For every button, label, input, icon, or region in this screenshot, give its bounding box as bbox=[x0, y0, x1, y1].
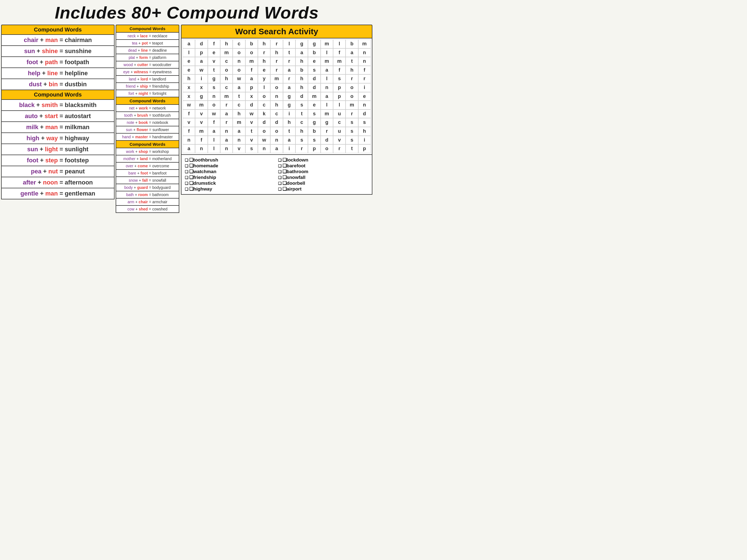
ws-cell: h bbox=[295, 127, 308, 136]
right-column: Word Search Activity adfhcbhrlggmlbmlpem… bbox=[181, 25, 372, 195]
word-item: milk + man = milkman bbox=[1, 122, 114, 133]
mid-group-header: Compound Words bbox=[115, 25, 179, 33]
ws-cell: r bbox=[345, 74, 358, 83]
ws-cell: l bbox=[283, 39, 295, 48]
ws-cell: w bbox=[246, 109, 258, 118]
ws-cell: a bbox=[183, 144, 195, 153]
ws-cell: r bbox=[321, 127, 333, 136]
ws-cell: o bbox=[233, 48, 245, 57]
ws-cell: r bbox=[220, 101, 233, 109]
word-item: help + line = helpline bbox=[1, 68, 114, 79]
ws-cell: d bbox=[295, 92, 308, 101]
ws-cell: c bbox=[258, 101, 270, 109]
ws-cell: p bbox=[308, 144, 320, 153]
ws-cell: a bbox=[321, 66, 333, 75]
ws-cell: m bbox=[195, 127, 207, 136]
ws-cell: i bbox=[358, 83, 371, 92]
left-items-group1: chair + man = chairmansun + shine = suns… bbox=[1, 35, 114, 90]
ws-cell: r bbox=[270, 39, 283, 48]
ws-cell: o bbox=[258, 92, 270, 101]
ws-cell: m bbox=[321, 109, 333, 118]
ws-cell: r bbox=[270, 66, 283, 75]
ws-cell: f bbox=[208, 118, 220, 127]
ws-cell: w bbox=[233, 74, 245, 83]
ws-cell: a bbox=[270, 144, 283, 153]
mid-group-header: Compound Words bbox=[115, 141, 179, 148]
ws-cell: g bbox=[321, 118, 333, 127]
word-item: sun + shine = sunshine bbox=[1, 46, 114, 57]
ws-cell: h bbox=[220, 74, 233, 83]
word-item: neck + lace = necklace bbox=[115, 33, 179, 40]
ws-cell: a bbox=[195, 57, 207, 66]
ws-cell: r bbox=[345, 109, 358, 118]
ws-cell: c bbox=[220, 83, 233, 92]
word-item: cow + shed = cowshed bbox=[115, 206, 179, 213]
ws-cell: g bbox=[195, 92, 207, 101]
ws-cell: h bbox=[183, 74, 195, 83]
ws-grid: adfhcbhrlggmlbmlpemoorhtablfaneavcnmhrrh… bbox=[183, 39, 371, 153]
ws-cell: s bbox=[295, 101, 308, 109]
ws-cell: s bbox=[295, 136, 308, 144]
ws-cell: o bbox=[345, 92, 358, 101]
ws-cell: v bbox=[208, 57, 220, 66]
ws-words: ❑toothbrush❑homemade❑watchman❑friendship… bbox=[181, 155, 372, 195]
mid-group-header: Compound Words bbox=[115, 97, 179, 105]
ws-cell: s bbox=[345, 136, 358, 144]
word-item: black + smith = blacksmith bbox=[1, 100, 114, 111]
ws-cell: m bbox=[246, 57, 258, 66]
word-item: chair + man = chairman bbox=[1, 35, 114, 46]
ws-cell: h bbox=[270, 48, 283, 57]
ws-cell: d bbox=[246, 101, 258, 109]
ws-word: ❑friendship bbox=[185, 175, 275, 180]
ws-cell: r bbox=[358, 74, 371, 83]
ws-cell: h bbox=[295, 74, 308, 83]
ws-word: ❑bathroom bbox=[278, 169, 368, 175]
ws-cell: h bbox=[358, 127, 371, 136]
ws-cell: m bbox=[220, 92, 233, 101]
ws-cell: m bbox=[345, 101, 358, 109]
word-item: plat + form = platform bbox=[115, 54, 179, 61]
ws-cell: w bbox=[195, 66, 207, 75]
ws-cell: c bbox=[270, 109, 283, 118]
word-item: work + shop = workshop bbox=[115, 148, 179, 155]
ws-cell: l bbox=[333, 39, 345, 48]
ws-cell: x bbox=[195, 83, 207, 92]
ws-word: ❑watchman bbox=[185, 169, 275, 175]
left-items-group2: black + smith = blacksmithauto + start =… bbox=[1, 100, 114, 199]
ws-cell: r bbox=[283, 74, 295, 83]
ws-cell: r bbox=[270, 57, 283, 66]
ws-grid-container: adfhcbhrlggmlbmlpemoorhtablfaneavcnmhrrh… bbox=[181, 38, 372, 155]
ws-cell: i bbox=[283, 109, 295, 118]
ws-cell: l bbox=[321, 101, 333, 109]
word-item: high + way = highway bbox=[1, 133, 114, 144]
ws-word: ❑barefoot bbox=[278, 163, 368, 169]
ws-cell: t bbox=[246, 127, 258, 136]
ws-cell: v bbox=[246, 136, 258, 144]
main-title: Includes 80+ Compound Words bbox=[0, 0, 374, 25]
ws-cell: f bbox=[195, 136, 207, 144]
ws-cell: k bbox=[258, 109, 270, 118]
ws-cell: p bbox=[246, 83, 258, 92]
ws-cell: l bbox=[333, 101, 345, 109]
word-item: note + book = notebook bbox=[115, 119, 179, 126]
ws-word: ❑lockdown bbox=[278, 157, 368, 163]
ws-words-right: ❑lockdown❑barefoot❑bathroom❑snowfall❑doo… bbox=[278, 157, 368, 192]
ws-cell: f bbox=[183, 127, 195, 136]
ws-cell: a bbox=[283, 83, 295, 92]
ws-cell: d bbox=[270, 118, 283, 127]
ws-cell: l bbox=[321, 48, 333, 57]
ws-cell: a bbox=[233, 83, 245, 92]
word-item: arm + chair = armchair bbox=[115, 198, 179, 206]
word-item: auto + start = autostart bbox=[1, 111, 114, 122]
ws-cell: n bbox=[358, 57, 371, 66]
ws-cell: d bbox=[321, 136, 333, 144]
ws-cell: p bbox=[358, 144, 371, 153]
ws-cell: s bbox=[308, 66, 320, 75]
ws-cell: a bbox=[183, 39, 195, 48]
ws-cell: v bbox=[183, 118, 195, 127]
ws-cell: e bbox=[183, 57, 195, 66]
ws-cell: a bbox=[220, 109, 233, 118]
word-item: land + lord = landlord bbox=[115, 76, 179, 83]
ws-cell: s bbox=[308, 136, 320, 144]
ws-cell: e bbox=[183, 66, 195, 75]
